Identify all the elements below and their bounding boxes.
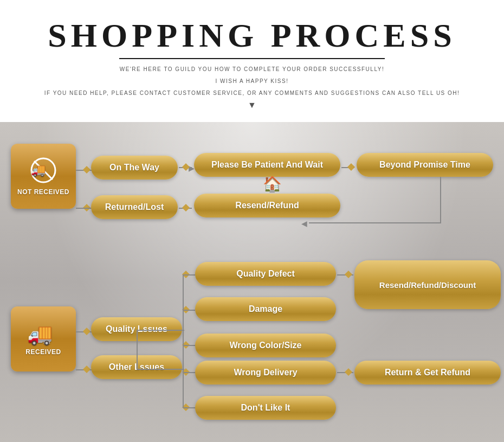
vline-other <box>183 345 184 408</box>
beyond-promise-button[interactable]: Beyond Promise Time <box>357 153 493 177</box>
received-icon: 🚚 <box>26 322 61 348</box>
diamond-3 <box>347 163 355 171</box>
header-section: SHOPPING PROCESS WE'RE HERE TO GUILD YOU… <box>0 0 504 110</box>
return-get-refund-button[interactable]: Return & Get Refund <box>354 361 501 385</box>
svg-text:🚚: 🚚 <box>31 163 46 177</box>
arrow-down-icon: ▼ <box>0 100 504 110</box>
conn-dmg <box>183 310 195 311</box>
subtitle-line3: IF YOU NEED HELP, PLEASE CONTACT CUSTOME… <box>0 88 504 98</box>
not-received-label: NOT RECEIVED <box>17 188 69 196</box>
resend-refund-discount-button[interactable]: Resend/Refund/Discount <box>354 260 501 309</box>
diamond-other <box>83 366 91 373</box>
damage-button[interactable]: Damage <box>195 297 336 321</box>
house-icon: 🏠 <box>263 175 282 193</box>
page-title: SHOPPING PROCESS <box>0 16 504 55</box>
conn-qd <box>183 274 195 276</box>
wrong-delivery-button[interactable]: Wrong Delivery <box>195 361 336 385</box>
diamond-rgr <box>345 368 352 376</box>
svg-text:🚚: 🚚 <box>27 322 53 347</box>
dont-like-button[interactable]: Don't Like It <box>195 396 336 420</box>
returned-lost-button[interactable]: Returned/Lost <box>91 195 178 219</box>
vline-qi-oi <box>137 330 138 370</box>
diamond-1 <box>83 166 91 174</box>
not-received-box: 🚚 NOT RECEIVED <box>11 144 76 209</box>
please-wait-button[interactable]: Please Be Patient And Wait <box>194 153 340 177</box>
diamond-rrd <box>345 271 352 278</box>
subtitle-line1: WE'RE HERE TO GUILD YOU HOW TO COMPLETE … <box>0 65 504 74</box>
flow-container: 🚚 NOT RECEIVED On The Way ▶ Please Be Pa… <box>0 122 504 442</box>
subtitle-line2: I WISH A HAPPY KISS! <box>0 76 504 86</box>
arrow-left-1: ◀ <box>301 219 307 228</box>
wrong-color-size-button[interactable]: Wrong Color/Size <box>195 334 336 357</box>
hline-qi <box>137 330 184 331</box>
vline-beyond <box>440 177 441 223</box>
conn-wd <box>183 372 195 373</box>
quality-defect-button[interactable]: Quality Defect <box>195 262 336 286</box>
received-box: 🚚 RECEIVED <box>11 306 76 371</box>
conn-wcs <box>183 345 195 346</box>
connector-line-4 <box>76 208 92 209</box>
received-label: RECEIVED <box>25 348 61 356</box>
resend-refund-button[interactable]: Resend/Refund <box>194 194 340 217</box>
hline-oi <box>137 369 184 370</box>
diamond-6 <box>83 328 91 335</box>
hline-back <box>309 222 441 223</box>
diamond-5 <box>182 204 190 212</box>
conn-dli <box>183 407 195 408</box>
not-received-icon: 🚚 <box>24 157 62 187</box>
on-the-way-button[interactable]: On The Way <box>91 156 178 180</box>
title-underline <box>119 58 385 59</box>
vline-quality <box>183 274 184 345</box>
